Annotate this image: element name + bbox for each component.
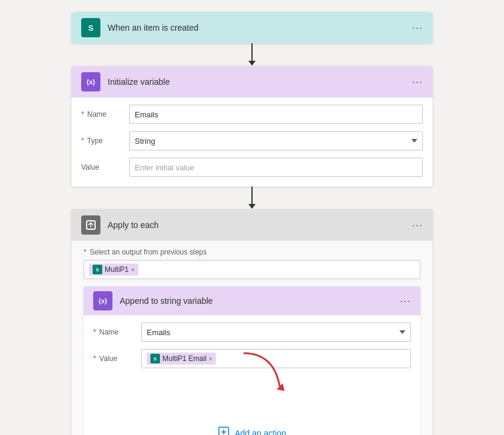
connector-2: [251, 187, 253, 209]
multip1-email-tag-icon: S: [150, 354, 160, 363]
init-var-card: {x} Initialize variable ··· * Name Email…: [72, 66, 432, 187]
connector-1: [251, 43, 253, 66]
nested-append-card: {x} Append to string variable ··· * Name…: [84, 286, 420, 435]
add-action-area[interactable]: Add an action: [84, 414, 420, 435]
name-input[interactable]: Emails: [129, 105, 423, 124]
multip1-email-tag: S MultiP1 Email ×: [147, 353, 216, 365]
multip1-email-tag-close[interactable]: ×: [209, 356, 212, 362]
type-select[interactable]: String: [129, 131, 423, 150]
nested-value-label: * Value: [93, 354, 141, 363]
nested-append-icon: {x}: [93, 291, 112, 310]
apply-each-card: Apply to each ··· * Select an output fro…: [72, 209, 432, 435]
nested-name-select[interactable]: Emails: [141, 322, 411, 342]
init-var-icon: {x}: [81, 72, 100, 91]
trigger-icon: S: [81, 18, 100, 37]
nested-append-more-button[interactable]: ···: [400, 295, 411, 307]
trigger-more-button[interactable]: ···: [412, 22, 423, 34]
nested-append-body: * Name Emails * Value: [84, 315, 420, 414]
add-action-icon: [218, 426, 230, 435]
trigger-header: S When an item is created ···: [72, 12, 432, 43]
annotation-area: [93, 368, 411, 404]
init-var-body: * Name Emails * Type String: [72, 97, 432, 187]
init-var-header: {x} Initialize variable ···: [72, 66, 432, 97]
add-action-label[interactable]: Add an action: [235, 428, 286, 435]
select-output-label: * Select an output from previous steps: [84, 248, 420, 256]
svg-marker-1: [277, 383, 284, 391]
type-chevron-icon: [411, 139, 417, 143]
apply-each-more-button[interactable]: ···: [412, 219, 423, 232]
nested-append-header: {x} Append to string variable ···: [84, 286, 420, 315]
apply-each-title: Apply to each: [108, 220, 412, 230]
type-field-row: * Type String: [81, 131, 423, 150]
trigger-title: When an item is created: [108, 23, 412, 32]
nested-name-label: * Name: [93, 328, 141, 336]
apply-each-header: Apply to each ···: [72, 209, 432, 241]
init-var-more-button[interactable]: ···: [412, 76, 423, 88]
nested-append-title: Append to string variable: [120, 296, 400, 306]
init-var-title: Initialize variable: [108, 77, 412, 87]
name-field-row: * Name Emails: [81, 105, 423, 124]
output-select-area[interactable]: S MultiP1 ×: [84, 260, 420, 279]
name-label: * Name: [81, 110, 129, 119]
multip1-tag-icon: S: [93, 265, 102, 274]
multip1-tag: S MultiP1 ×: [89, 264, 138, 276]
value-field-row: Value Enter initial value: [81, 158, 423, 177]
nested-name-field-row: * Name Emails: [93, 322, 411, 342]
multip1-tag-close[interactable]: ×: [131, 267, 135, 273]
red-arrow-annotation: [226, 350, 298, 398]
apply-each-icon: [81, 215, 100, 235]
nested-name-chevron-icon: [399, 330, 405, 334]
apply-each-body: * Select an output from previous steps S…: [72, 241, 432, 435]
value-input[interactable]: Enter initial value: [129, 158, 423, 177]
type-label: * Type: [81, 137, 129, 145]
trigger-card: S When an item is created ···: [72, 12, 432, 43]
value-label: Value: [81, 163, 129, 171]
